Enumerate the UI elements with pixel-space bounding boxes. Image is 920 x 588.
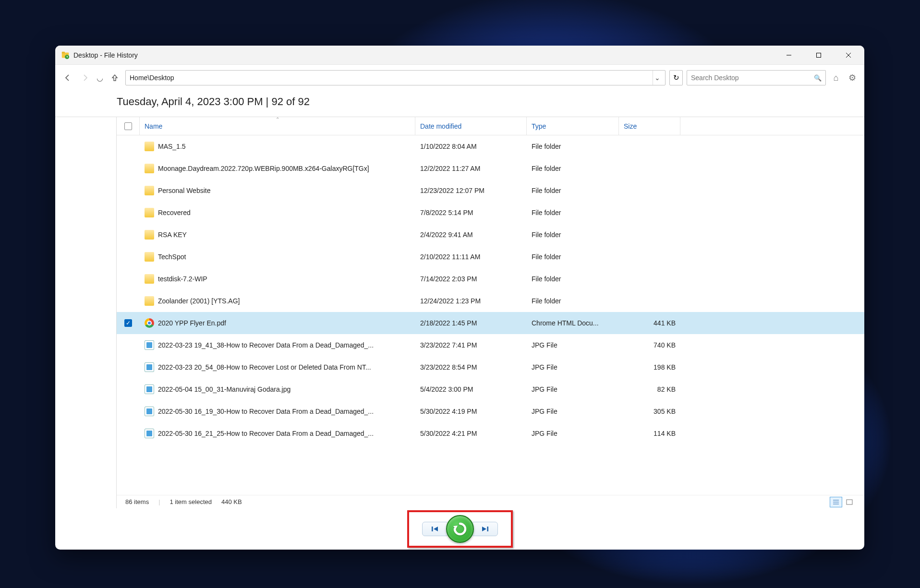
file-name: Moonage.Daydream.2022.720p.WEBRip.900MB.…: [158, 165, 369, 172]
status-bar: 86 items | 1 item selected 440 KB: [117, 495, 864, 508]
refresh-button[interactable]: ↻: [669, 70, 683, 85]
address-bar[interactable]: Home\Desktop ⌄: [125, 70, 666, 85]
file-row[interactable]: 2022-05-30 16_19_30-How to Recover Data …: [117, 400, 864, 422]
header-type[interactable]: Type: [527, 117, 619, 135]
column-header: ⌃Name Date modified Type Size: [117, 117, 864, 135]
row-type: File folder: [527, 275, 619, 283]
app-icon: [61, 51, 70, 60]
row-name-cell[interactable]: 2022-05-30 16_19_30-How to Recover Data …: [140, 407, 415, 416]
row-name-cell[interactable]: testdisk-7.2-WIP: [140, 274, 415, 284]
row-name-cell[interactable]: 2022-05-30 16_21_25-How to Recover Data …: [140, 429, 415, 438]
file-name: 2020 YPP Flyer En.pdf: [158, 319, 226, 327]
row-date: 12/24/2022 1:23 PM: [415, 297, 527, 305]
forward-button[interactable]: [78, 71, 92, 84]
file-pane: ⌃Name Date modified Type Size MAS_1.51/1…: [55, 117, 864, 508]
sort-caret-icon: ⌃: [276, 117, 279, 122]
file-name: TechSpot: [158, 253, 186, 261]
file-row[interactable]: MAS_1.51/10/2022 8:04 AMFile folder: [117, 135, 864, 157]
row-name-cell[interactable]: 2022-03-23 20_54_08-How to Recover Lost …: [140, 362, 415, 372]
titlebar[interactable]: Desktop - File History: [55, 46, 864, 65]
file-row[interactable]: 2022-03-23 19_41_38-How to Recover Data …: [117, 334, 864, 356]
file-row[interactable]: 2022-05-30 16_21_25-How to Recover Data …: [117, 422, 864, 444]
row-name-cell[interactable]: 2022-05-04 15_00_31-Manuviraj Godara.jpg: [140, 384, 415, 394]
file-row[interactable]: Personal Website12/23/2022 12:07 PMFile …: [117, 180, 864, 202]
file-name: RSA KEY: [158, 231, 187, 239]
folder-icon: [145, 208, 154, 217]
file-row[interactable]: RSA KEY2/4/2022 9:41 AMFile folder: [117, 224, 864, 246]
folder-icon: [145, 164, 154, 173]
folder-icon: [145, 274, 154, 284]
address-path: Home\Desktop: [130, 74, 653, 82]
back-button[interactable]: [61, 71, 74, 84]
header-name[interactable]: ⌃Name: [140, 117, 415, 135]
row-size: 198 KB: [619, 363, 680, 371]
restore-button[interactable]: [446, 515, 474, 543]
window-controls: [774, 46, 863, 65]
home-icon[interactable]: ⌂: [830, 72, 842, 84]
close-button[interactable]: [834, 46, 863, 65]
row-checkbox-cell[interactable]: ✓: [117, 319, 140, 327]
row-type: File folder: [527, 187, 619, 194]
file-row[interactable]: Zoolander (2001) [YTS.AG]12/24/2022 1:23…: [117, 290, 864, 312]
row-name-cell[interactable]: 2020 YPP Flyer En.pdf: [140, 318, 415, 328]
jpg-icon: [145, 429, 154, 438]
details-view-button[interactable]: [830, 497, 842, 507]
gear-icon[interactable]: ⚙: [846, 72, 859, 84]
row-type: File folder: [527, 165, 619, 172]
left-gutter: [55, 117, 117, 508]
file-name: 2022-05-30 16_19_30-How to Recover Data …: [158, 408, 374, 415]
row-date: 12/2/2022 11:27 AM: [415, 165, 527, 172]
jpg-icon: [145, 384, 154, 394]
select-all-checkbox[interactable]: [124, 122, 132, 130]
row-date: 3/23/2022 8:54 PM: [415, 363, 527, 371]
file-row[interactable]: ✓2020 YPP Flyer En.pdf2/18/2022 1:45 PMC…: [117, 312, 864, 334]
row-checkbox[interactable]: ✓: [124, 319, 132, 327]
row-name-cell[interactable]: TechSpot: [140, 252, 415, 262]
row-name-cell[interactable]: Moonage.Daydream.2022.720p.WEBRip.900MB.…: [140, 164, 415, 173]
search-box[interactable]: 🔍: [687, 70, 826, 85]
file-name: MAS_1.5: [158, 143, 186, 150]
folder-icon: [145, 296, 154, 306]
header-size[interactable]: Size: [619, 117, 680, 135]
header-checkbox-cell[interactable]: [117, 117, 140, 135]
row-date: 2/18/2022 1:45 PM: [415, 319, 527, 327]
file-row[interactable]: TechSpot2/10/2022 11:11 AMFile folder: [117, 246, 864, 268]
row-name-cell[interactable]: RSA KEY: [140, 230, 415, 240]
file-row[interactable]: Recovered7/8/2022 5:14 PMFile folder: [117, 202, 864, 224]
address-dropdown-icon[interactable]: ⌄: [653, 71, 661, 85]
folder-icon: [145, 142, 154, 151]
file-row[interactable]: Moonage.Daydream.2022.720p.WEBRip.900MB.…: [117, 157, 864, 180]
view-toggles: [830, 497, 856, 507]
minimize-button[interactable]: [774, 46, 804, 65]
row-date: 1/10/2022 8:04 AM: [415, 143, 527, 150]
jpg-icon: [145, 407, 154, 416]
file-history-window: Desktop - File History ◡ Home\Desktop ⌄ …: [55, 46, 864, 550]
header-date[interactable]: Date modified: [415, 117, 527, 135]
row-name-cell[interactable]: 2022-03-23 19_41_38-How to Recover Data …: [140, 340, 415, 350]
file-row[interactable]: testdisk-7.2-WIP7/14/2022 2:03 PMFile fo…: [117, 268, 864, 290]
file-list-area: ⌃Name Date modified Type Size MAS_1.51/1…: [117, 117, 864, 508]
row-date: 3/23/2022 7:41 PM: [415, 341, 527, 349]
svg-rect-10: [847, 500, 852, 504]
row-type: JPG File: [527, 430, 619, 437]
row-type: File folder: [527, 143, 619, 150]
selection-size: 440 KB: [221, 498, 242, 505]
row-name-cell[interactable]: Zoolander (2001) [YTS.AG]: [140, 296, 415, 306]
row-type: JPG File: [527, 363, 619, 371]
row-name-cell[interactable]: Personal Website: [140, 186, 415, 195]
up-button[interactable]: [108, 71, 121, 84]
file-rows[interactable]: MAS_1.51/10/2022 8:04 AMFile folderMoona…: [117, 135, 864, 495]
file-name: Zoolander (2001) [YTS.AG]: [158, 297, 240, 305]
file-name: 2022-03-23 20_54_08-How to Recover Lost …: [158, 363, 371, 371]
row-date: 2/4/2022 9:41 AM: [415, 231, 527, 239]
search-input[interactable]: [691, 74, 814, 82]
item-count: 86 items: [125, 498, 149, 505]
file-row[interactable]: 2022-03-23 20_54_08-How to Recover Lost …: [117, 356, 864, 378]
row-name-cell[interactable]: Recovered: [140, 208, 415, 217]
toolbar: ◡ Home\Desktop ⌄ ↻ 🔍 ⌂ ⚙: [55, 65, 864, 91]
file-row[interactable]: 2022-05-04 15_00_31-Manuviraj Godara.jpg…: [117, 378, 864, 400]
tiles-view-button[interactable]: [843, 497, 856, 507]
row-name-cell[interactable]: MAS_1.5: [140, 142, 415, 151]
maximize-button[interactable]: [804, 46, 834, 65]
search-icon: 🔍: [814, 74, 822, 82]
